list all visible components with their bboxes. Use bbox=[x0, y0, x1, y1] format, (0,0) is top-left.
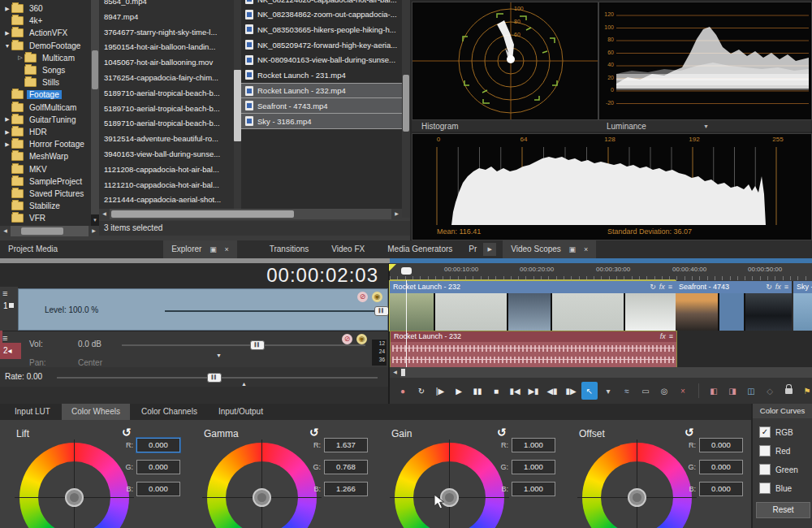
timeline-scroll-thumb[interactable] bbox=[401, 369, 405, 376]
color-tab-input-output[interactable]: Input/Output bbox=[209, 404, 273, 420]
pan-crop-icon[interactable]: ↻ bbox=[766, 281, 772, 293]
tree-horizontal-scroll-thumb[interactable] bbox=[21, 227, 63, 235]
file-list-item[interactable]: 1950154-hot-air-balloon-landin... bbox=[99, 40, 234, 54]
tree-expand-icon[interactable]: ▶ bbox=[3, 6, 11, 12]
wheel-reset-button[interactable]: ↺ bbox=[309, 426, 319, 439]
tree-expand-icon[interactable]: ▶ bbox=[3, 116, 11, 123]
tree-item-stabilize[interactable]: Stabilize bbox=[0, 200, 91, 212]
wheel-handle[interactable] bbox=[628, 488, 646, 507]
wheel-handle[interactable] bbox=[253, 488, 271, 507]
video-clip-sky[interactable]: Sky - 3186 bbox=[793, 281, 812, 331]
fx-icon[interactable]: fx bbox=[659, 281, 665, 293]
track1-solo-button[interactable]: ◉ bbox=[372, 292, 382, 302]
track1-level-handle[interactable]: ▌▌ bbox=[374, 306, 389, 316]
close-icon[interactable]: × bbox=[224, 240, 228, 258]
curves-channel-green[interactable]: Green bbox=[759, 464, 798, 475]
video-clip-seafront[interactable]: Seafront - 4743 ↻ fx ≡ bbox=[676, 281, 792, 331]
media-list-item[interactable]: NK_085209472-forward-high-key-aeria... bbox=[241, 37, 402, 53]
curves-channel-red[interactable]: Red bbox=[759, 445, 790, 457]
gain-r-value-field[interactable]: 1.000 bbox=[512, 438, 555, 452]
wheel-reset-button[interactable]: ↺ bbox=[685, 426, 694, 439]
lists-scroll-right-button[interactable]: ▶ bbox=[391, 209, 402, 219]
tab-project-media[interactable]: Project Media bbox=[0, 240, 66, 258]
media-list-scroll-thumb[interactable] bbox=[403, 75, 409, 132]
curves-reset-button[interactable]: Reset bbox=[756, 502, 810, 518]
track1-level-slider[interactable] bbox=[165, 310, 382, 312]
timeline-horizontal-scrollbar[interactable] bbox=[390, 367, 812, 378]
zoom-edit-tool-button[interactable]: ◎ bbox=[656, 382, 672, 400]
go-to-end-button[interactable]: ▶▮ bbox=[525, 382, 542, 400]
tree-item-hdr[interactable]: ▶HDR bbox=[0, 126, 91, 138]
tree-item-saved-pictures[interactable]: Saved Pictures bbox=[0, 188, 91, 200]
tree-scroll-down-button[interactable]: ▼ bbox=[91, 214, 99, 226]
group-button[interactable]: ◇ bbox=[762, 382, 778, 400]
tab-overflow-button[interactable]: ▶ bbox=[483, 243, 496, 256]
media-list-item[interactable]: NK-080940163-view-ball-during-sunse... bbox=[241, 52, 402, 67]
video-track-header[interactable]: ≡ 1 Level: 100.0 % ▌▌ ⊘ ◉ bbox=[0, 287, 388, 331]
tree-expand-icon[interactable]: ▷ bbox=[16, 54, 24, 61]
tab-transitions[interactable]: Transitions bbox=[261, 240, 317, 258]
color-tab-input-lut[interactable]: Input LUT bbox=[5, 404, 60, 420]
tree-item-stills[interactable]: Stills bbox=[0, 76, 91, 89]
lift-r-value-field[interactable]: 0.000 bbox=[136, 438, 180, 452]
wheel-handle[interactable] bbox=[65, 488, 84, 507]
file-list-item[interactable]: 5189710-aerial-tropical-beach-b... bbox=[99, 86, 234, 101]
hamburger-icon[interactable]: ≡ bbox=[668, 281, 672, 293]
timeline-ruler[interactable]: 00:00:10:0000:00:20:0000:00:30:0000:00:4… bbox=[390, 263, 812, 280]
track2-mute-button[interactable]: ⊘ bbox=[342, 334, 352, 344]
file-list-item[interactable]: 3764677-starry-night-sky-time-l... bbox=[99, 25, 234, 40]
file-list-item[interactable]: 8564_0.mp4 bbox=[99, 0, 234, 9]
media-list-item[interactable]: Rocket Launch - 232.mp4 bbox=[241, 83, 402, 100]
record-button[interactable]: ● bbox=[395, 382, 411, 400]
delete-button[interactable]: × bbox=[675, 382, 691, 400]
pin-icon[interactable]: ▣ bbox=[569, 240, 577, 258]
play-button[interactable]: ▶ bbox=[451, 382, 467, 400]
selection-edit-tool-button[interactable]: ▭ bbox=[637, 382, 654, 400]
trim-end-button[interactable]: ◨ bbox=[724, 382, 741, 400]
play-from-start-button[interactable]: |▶ bbox=[432, 382, 448, 400]
lock-button[interactable] bbox=[780, 382, 797, 400]
track2-solo-button[interactable]: ◉ bbox=[356, 334, 367, 344]
normal-edit-tool-button[interactable]: ↖ bbox=[581, 382, 598, 400]
tree-item-actionvfx[interactable]: ▶ActionVFX bbox=[0, 27, 91, 39]
stop-button[interactable]: ■ bbox=[488, 382, 504, 400]
audio-track-header[interactable]: ≡ 2◂ Vol: 0.0 dB ▌▌ ▼ Pan: Center ⊘ ◉ 12… bbox=[0, 331, 388, 368]
tree-item-horror-footage[interactable]: ▶Horror Footage bbox=[0, 138, 91, 150]
tree-item-meshwarp[interactable]: MeshWarp bbox=[0, 150, 91, 162]
checked-checkbox-icon[interactable]: ✓ bbox=[759, 426, 771, 438]
gamma-r-value-field[interactable]: 1.637 bbox=[324, 438, 368, 452]
tab-media-generators[interactable]: Media Generators bbox=[379, 240, 460, 258]
file-list-item[interactable]: 2121444-cappadocia-aerial-shot... bbox=[99, 193, 234, 207]
media-list-item[interactable]: Rocket Launch - 231.mp4 bbox=[241, 67, 402, 83]
media-list-item[interactable]: Seafront - 4743.mp4 bbox=[241, 97, 402, 115]
media-list-item[interactable]: NK_082384862-zoom-out-cappadocia-... bbox=[241, 7, 402, 23]
tree-expand-icon[interactable]: ▼ bbox=[3, 43, 11, 49]
tree-expand-icon[interactable]: ▶ bbox=[3, 129, 11, 136]
rate-handle[interactable]: ▌▌ bbox=[207, 373, 222, 383]
tab-video-scopes[interactable]: Video Scopes ▣ × bbox=[503, 240, 596, 258]
offset-g-value-field[interactable]: 0.000 bbox=[699, 460, 743, 474]
previous-frame-button[interactable]: ◀▮ bbox=[544, 382, 560, 400]
tab-video-fx[interactable]: Video FX bbox=[323, 240, 373, 258]
envelope-edit-tool-button[interactable]: ≈ bbox=[619, 382, 635, 400]
curves-channel-blue[interactable]: Blue bbox=[759, 483, 792, 494]
tree-item-360[interactable]: ▶360 bbox=[0, 2, 91, 15]
playhead-handle[interactable] bbox=[401, 267, 412, 275]
loop-playback-button[interactable]: ↻ bbox=[413, 382, 430, 400]
hamburger-icon[interactable]: ≡ bbox=[669, 331, 673, 342]
gain-g-value-field[interactable]: 1.000 bbox=[512, 460, 555, 474]
tree-item-footage[interactable]: Footage bbox=[0, 89, 91, 101]
split-button[interactable]: ◫ bbox=[743, 382, 759, 400]
scope-mode-select-right[interactable]: Luminance ▼ bbox=[598, 120, 812, 132]
tree-item-demofootage[interactable]: ▼DemoFootage bbox=[0, 40, 91, 52]
video-clip-rocket-launch[interactable]: Rocket Launch - 232 ↻ fx ≡ bbox=[390, 281, 676, 331]
lists-scroll-left-button[interactable]: ◀ bbox=[99, 209, 110, 219]
tree-scroll-left-button[interactable]: ◀ bbox=[0, 226, 11, 236]
lift-g-value-field[interactable]: 0.000 bbox=[136, 460, 180, 474]
wheel-reset-button[interactable]: ↺ bbox=[122, 426, 132, 439]
file-list-item[interactable]: 3176254-cappadocia-fairy-chim... bbox=[99, 71, 234, 85]
color-tab-color-channels[interactable]: Color Channels bbox=[132, 404, 207, 420]
tree-expand-icon[interactable]: ▶ bbox=[3, 30, 11, 37]
track1-mute-button[interactable]: ⊘ bbox=[357, 292, 368, 302]
tree-scroll-right-button[interactable]: ▶ bbox=[89, 226, 99, 236]
